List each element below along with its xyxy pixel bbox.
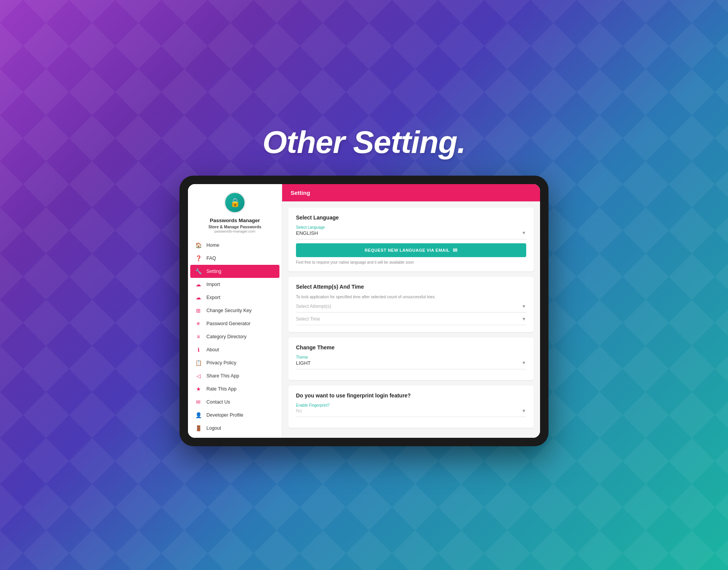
attempts-select-row[interactable]: Select Attempt(s) ▼: [296, 304, 526, 312]
sidebar-item-share-app[interactable]: ◁ Share This App: [188, 369, 282, 382]
attempts-description: To lock application for specified time a…: [296, 294, 526, 299]
sidebar: 🔒 Passwords Manager Store & Manage Passw…: [188, 184, 282, 438]
sidebar-item-faq[interactable]: ❓ FAQ: [188, 252, 282, 265]
language-dropdown-arrow: ▼: [522, 230, 526, 236]
sidebar-item-contact-label: Contact Us: [206, 399, 230, 405]
select-attempts-card: Select Attemp(s) And Time To lock applic…: [288, 277, 534, 332]
sidebar-item-import-label: Import: [206, 282, 220, 287]
sidebar-item-category-label: Category Directory: [206, 334, 246, 339]
sidebar-item-export-label: Export: [206, 295, 220, 300]
sidebar-item-logout[interactable]: 🚪 Logout: [188, 422, 282, 435]
sidebar-item-import[interactable]: ☁ Import: [188, 278, 282, 291]
sidebar-item-developer-profile[interactable]: 👤 Developer Profile: [188, 409, 282, 422]
fingerprint-select-row[interactable]: No ▼: [296, 408, 526, 417]
fingerprint-label: Enable Fingerprint?: [296, 403, 526, 407]
main-content: Setting Select Language Select Language …: [282, 184, 540, 438]
fingerprint-dropdown-arrow: ▼: [522, 408, 526, 414]
language-label: Select Language: [296, 225, 526, 229]
attempts-placeholder: Select Attempt(s): [296, 304, 331, 309]
time-placeholder: Select Time: [296, 316, 320, 322]
theme-label: Theme: [296, 355, 526, 359]
sidebar-nav: 🏠 Home ❓ FAQ 🔧 Setting ☁: [188, 239, 282, 435]
main-header-title: Setting: [291, 189, 310, 196]
tablet-device: 🔒 Passwords Manager Store & Manage Passw…: [180, 176, 548, 446]
contact-icon: ✉: [195, 399, 202, 405]
select-language-title: Select Language: [296, 214, 526, 221]
language-hint: Feel free to request your native languag…: [296, 260, 526, 264]
logout-icon: 🚪: [195, 425, 202, 431]
sidebar-item-password-generator[interactable]: ✳ Password Generator: [188, 317, 282, 330]
sidebar-item-category-directory[interactable]: ≡ Category Directory: [188, 330, 282, 343]
request-language-button[interactable]: REQUEST NEW LANGUAGE VIA EMAIL ✉: [296, 243, 526, 257]
app-url: passwords-manager.com: [214, 229, 255, 233]
fingerprint-title: Do you want to use fingerprint login fea…: [296, 392, 526, 399]
page-title: Other Setting.: [263, 124, 465, 160]
theme-dropdown-arrow: ▼: [522, 360, 526, 366]
sidebar-item-logout-label: Logout: [206, 425, 221, 431]
about-icon: ℹ: [195, 347, 202, 353]
category-icon: ≡: [195, 334, 202, 340]
main-body: Select Language Select Language ENGLISH …: [282, 201, 540, 434]
time-dropdown-arrow: ▼: [522, 316, 526, 322]
sidebar-item-security-label: Change Security Key: [206, 308, 251, 313]
sidebar-item-privacy-label: Privacy Policy: [206, 360, 236, 366]
rate-icon: ★: [195, 386, 202, 392]
import-icon: ☁: [195, 281, 202, 287]
sidebar-item-generator-label: Password Generator: [206, 321, 251, 326]
attempts-title: Select Attemp(s) And Time: [296, 284, 526, 290]
main-header: Setting: [282, 184, 540, 201]
sidebar-item-export[interactable]: ☁ Export: [188, 291, 282, 304]
language-select-row[interactable]: ENGLISH ▼: [296, 230, 526, 239]
developer-icon: 👤: [195, 412, 202, 418]
sidebar-item-contact-us[interactable]: ✉ Contact Us: [188, 396, 282, 409]
app-tagline: Store & Manage Passwords: [208, 224, 261, 229]
sidebar-item-developer-label: Developer Profile: [206, 412, 243, 418]
sidebar-item-rate-label: Rate This App: [206, 386, 236, 392]
lock-icon: 🔒: [230, 198, 240, 208]
select-language-card: Select Language Select Language ENGLISH …: [288, 208, 534, 271]
fingerprint-value: No: [296, 408, 302, 414]
theme-value: LIGHT: [296, 360, 311, 366]
sidebar-item-home[interactable]: 🏠 Home: [188, 239, 282, 252]
request-language-label: REQUEST NEW LANGUAGE VIA EMAIL: [365, 248, 450, 253]
sidebar-item-home-label: Home: [206, 243, 219, 248]
sidebar-item-change-security-key[interactable]: ⊞ Change Security Key: [188, 304, 282, 317]
tablet-screen: 🔒 Passwords Manager Store & Manage Passw…: [188, 184, 540, 438]
export-icon: ☁: [195, 294, 202, 301]
sidebar-item-rate-app[interactable]: ★ Rate This App: [188, 382, 282, 396]
setting-icon: 🔧: [195, 268, 202, 274]
sidebar-item-about-label: About: [206, 347, 219, 352]
privacy-icon: 📋: [195, 360, 202, 366]
sidebar-item-setting[interactable]: 🔧 Setting: [190, 265, 279, 278]
generator-icon: ✳: [195, 321, 202, 327]
sidebar-item-faq-label: FAQ: [206, 256, 216, 261]
language-value: ENGLISH: [296, 230, 318, 236]
sidebar-item-about[interactable]: ℹ About: [188, 343, 282, 356]
theme-select-row[interactable]: LIGHT ▼: [296, 360, 526, 369]
attempts-dropdown-arrow: ▼: [522, 304, 526, 309]
sidebar-item-privacy-policy[interactable]: 📋 Privacy Policy: [188, 356, 282, 369]
change-theme-card: Change Theme Theme LIGHT ▼: [288, 337, 534, 380]
time-select-row[interactable]: Select Time ▼: [296, 316, 526, 325]
security-key-icon: ⊞: [195, 307, 202, 314]
sidebar-item-share-label: Share This App: [206, 373, 239, 379]
mail-icon: ✉: [453, 247, 458, 253]
home-icon: 🏠: [195, 242, 202, 248]
app-name: Passwords Manager: [210, 217, 260, 224]
theme-title: Change Theme: [296, 344, 526, 351]
app-container: 🔒 Passwords Manager Store & Manage Passw…: [188, 184, 540, 438]
share-icon: ◁: [195, 373, 202, 379]
faq-icon: ❓: [195, 255, 202, 261]
fingerprint-card: Do you want to use fingerprint login fea…: [288, 386, 534, 428]
sidebar-item-setting-label: Setting: [206, 269, 221, 274]
app-logo: 🔒: [224, 192, 246, 213]
